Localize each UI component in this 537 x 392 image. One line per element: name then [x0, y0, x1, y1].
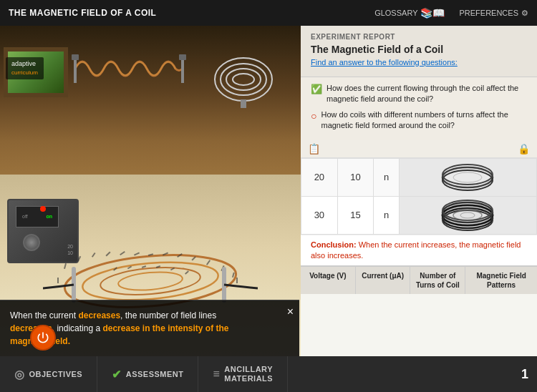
- svg-rect-23: [206, 260, 211, 265]
- assessment-label: ASSESSMENT: [126, 370, 184, 378]
- top-bar: THE MAGNETIC FIELD OF A COIL GLOSSARY 📚 …: [0, 0, 537, 26]
- logo-text: adaptive curriculum: [11, 60, 38, 77]
- questions-section: ✅ How does the current flowing through t…: [301, 77, 537, 140]
- decrease-word1: decreases: [78, 310, 120, 320]
- svg-rect-17: [120, 251, 125, 255]
- conclusion-label: Conclusion:: [311, 240, 357, 249]
- objectives-icon: ◎: [14, 368, 25, 381]
- assessment-nav-item[interactable]: ✔ ASSESSMENT: [97, 356, 198, 392]
- turns-cell-2: n: [374, 196, 399, 234]
- report-subtitle: Find an answer to the following question…: [311, 58, 527, 67]
- glossary-button[interactable]: GLOSSARY 📚: [374, 7, 445, 19]
- objectives-nav-item[interactable]: ◎ OBJECTIVES: [0, 356, 97, 392]
- experiment-scene: off on 2010: [0, 26, 301, 356]
- logo: adaptive curriculum: [6, 57, 44, 79]
- ancillary-nav-item[interactable]: ≡ ANCILLARY MATERIALS: [198, 356, 288, 392]
- current-cell-1: 10: [337, 158, 374, 196]
- table-row: 30 15 n: [301, 196, 537, 234]
- gear-icon: [521, 9, 528, 18]
- table-lock-icon[interactable]: 🔒: [518, 143, 530, 155]
- current-header: Current (μA): [356, 267, 411, 294]
- svg-rect-8: [241, 99, 246, 108]
- off-label: off: [22, 214, 28, 219]
- coil-image-2: [439, 200, 496, 231]
- pattern-cell-2: [399, 196, 536, 234]
- patterns-header: Magnetic Field Patterns: [465, 267, 537, 294]
- svg-rect-3: [179, 54, 186, 60]
- experiment-table: 20 10 n: [301, 158, 537, 235]
- wall-coil-spring: [72, 47, 186, 90]
- coil-image-1: [439, 162, 496, 193]
- ancillary-label: ANCILLARY MATERIALS: [224, 365, 273, 383]
- svg-rect-14: [77, 256, 81, 261]
- turns-cell-1: n: [374, 158, 399, 196]
- table-edit-icon[interactable]: 📋: [308, 143, 320, 155]
- equipment-knob: [23, 234, 40, 251]
- question-1-text: How does the current flowing through the…: [326, 83, 527, 105]
- coil-pattern-1: [439, 162, 496, 193]
- glossary-icon: 📚: [420, 7, 445, 19]
- page-title: THE MAGNETIC FIELD OF A COIL: [9, 8, 156, 18]
- ancillary-icon: ≡: [213, 368, 220, 381]
- wall-flat-coil: [208, 51, 279, 108]
- preferences-label: PREFERENCES: [459, 9, 518, 17]
- question-2-icon: ○: [311, 110, 316, 122]
- on-label: on: [46, 214, 52, 219]
- svg-rect-15: [92, 253, 96, 258]
- svg-rect-2: [72, 54, 79, 60]
- power-button[interactable]: [30, 325, 56, 351]
- turns-header: Number of Turns of Coil: [410, 267, 465, 294]
- svg-rect-27: [236, 278, 238, 283]
- svg-rect-13: [64, 263, 67, 269]
- table-toolbar: 📋 🔒: [301, 140, 537, 158]
- column-headers: Voltage (V) Current (μA) Number of Turns…: [301, 265, 537, 294]
- current-cell-2: 15: [337, 196, 374, 234]
- page-number: 1: [521, 367, 528, 382]
- report-header: EXPERIMENT REPORT The Magnetic Field of …: [301, 26, 537, 77]
- conclusion-area: Conclusion: When the current increases, …: [301, 235, 537, 266]
- assessment-check-icon: ✔: [112, 368, 122, 381]
- coil-pattern-2: [439, 200, 496, 231]
- report-title: The Magnetic Field of a Coil: [311, 44, 527, 55]
- svg-rect-18: [134, 252, 140, 255]
- svg-point-12: [117, 270, 183, 293]
- power-icon: [36, 330, 50, 345]
- svg-point-6: [226, 69, 261, 90]
- close-info-button[interactable]: ×: [287, 306, 294, 318]
- svg-point-7: [233, 74, 254, 85]
- voltage-cell-2: 30: [301, 196, 338, 234]
- report-section-label: EXPERIMENT REPORT: [311, 33, 527, 41]
- objectives-label: OBJECTIVES: [29, 370, 83, 378]
- question-1: ✅ How does the current flowing through t…: [301, 83, 537, 105]
- question-2: ○ How do coils with different numbers of…: [301, 109, 537, 132]
- svg-rect-30: [142, 265, 146, 268]
- right-panel: EXPERIMENT REPORT The Magnetic Field of …: [301, 26, 537, 356]
- preferences-button[interactable]: PREFERENCES: [459, 7, 528, 19]
- conclusion-text: Conclusion: When the current increases, …: [311, 240, 527, 262]
- top-bar-actions: GLOSSARY 📚 PREFERENCES: [374, 7, 528, 19]
- glossary-label: GLOSSARY: [374, 9, 417, 17]
- bottom-navigation: ◎ OBJECTIVES ✔ ASSESSMENT ≡ ANCILLARY MA…: [0, 356, 537, 392]
- data-table-area: 📋 🔒 20 10 n: [301, 140, 537, 295]
- voltage-header: Voltage (V): [301, 267, 356, 294]
- voltage-cell-1: 20: [301, 158, 338, 196]
- svg-rect-16: [105, 251, 110, 256]
- pattern-cell-1: [399, 158, 536, 196]
- question-2-text: How do coils with different numbers of t…: [321, 109, 527, 132]
- svg-rect-33: [185, 270, 189, 274]
- question-1-icon: ✅: [311, 84, 322, 94]
- svg-rect-25: [232, 273, 235, 278]
- table-row: 20 10 n: [301, 158, 537, 196]
- svg-rect-26: [57, 278, 59, 283]
